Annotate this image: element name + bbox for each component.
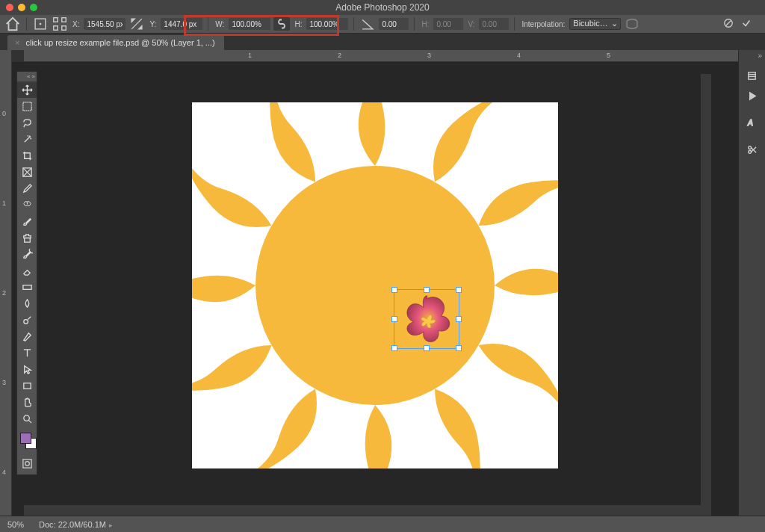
tool-gradient-icon[interactable] <box>17 279 37 295</box>
handle-w[interactable] <box>391 316 397 322</box>
svg-rect-12 <box>22 285 31 289</box>
artboard <box>192 102 558 468</box>
options-bar: X: Y: W: H: H: V: Interpolation: Bicubic… <box>0 15 765 34</box>
tool-history-brush-icon[interactable] <box>17 246 37 262</box>
tool-lasso-icon[interactable] <box>17 114 37 131</box>
tool-eyedropper-icon[interactable] <box>17 180 37 197</box>
svg-point-19 <box>25 461 29 466</box>
skewh-label: H: <box>420 20 430 28</box>
w-field[interactable] <box>229 18 270 30</box>
link-aspect-icon[interactable] <box>273 17 290 31</box>
transform-box[interactable] <box>394 289 459 349</box>
sun-ray <box>495 256 558 315</box>
foreground-swatch[interactable] <box>20 433 31 444</box>
tool-hand-icon[interactable] <box>17 394 37 410</box>
angle-field[interactable] <box>379 18 409 30</box>
interp-label: Interpolation: <box>520 20 566 28</box>
handle-e[interactable] <box>456 316 462 322</box>
svg-line-7 <box>726 21 731 26</box>
svg-rect-18 <box>22 459 31 467</box>
handle-s[interactable] <box>424 345 430 351</box>
home-icon[interactable] <box>4 17 21 31</box>
character-panel-icon[interactable]: A <box>740 114 765 132</box>
handle-se[interactable] <box>456 345 462 351</box>
tool-pen-icon[interactable] <box>17 328 37 344</box>
file-tab[interactable]: × click up resize example file.psd @ 50%… <box>7 35 224 50</box>
commit-transform-icon[interactable] <box>741 18 752 30</box>
x-field[interactable] <box>84 18 126 30</box>
y-field[interactable] <box>161 18 202 30</box>
canvas-area[interactable] <box>12 62 738 516</box>
svg-marker-23 <box>750 92 756 99</box>
svg-text:A: A <box>747 119 753 127</box>
w-label: W: <box>214 20 226 28</box>
file-tab-label: click up resize example file.psd @ 50% (… <box>25 38 214 47</box>
tool-healing-icon[interactable] <box>17 197 37 213</box>
interp-select[interactable]: Bicubic…⌄ <box>569 18 620 30</box>
tool-magic-wand-icon[interactable] <box>17 131 37 147</box>
ruler-left[interactable]: 0 1 2 3 4 <box>0 50 12 516</box>
quick-mask-icon[interactable] <box>17 455 37 471</box>
svg-point-25 <box>749 146 752 149</box>
svg-point-16 <box>23 415 29 421</box>
sun-ray <box>345 102 405 166</box>
scissors-panel-icon[interactable] <box>740 140 765 158</box>
tool-move-icon[interactable] <box>17 81 37 98</box>
horizontal-scrollbar[interactable] <box>24 505 711 516</box>
relative-position-icon[interactable] <box>128 17 145 31</box>
document-tabs: × click up resize example file.psd @ 50%… <box>0 34 765 50</box>
tool-zoom-icon[interactable] <box>17 410 37 427</box>
tool-path-select-icon[interactable] <box>17 361 37 377</box>
sun-ray <box>192 256 255 315</box>
tool-dodge-icon[interactable] <box>17 312 37 328</box>
reference-point-toggle-icon[interactable] <box>52 17 68 31</box>
handle-ne[interactable] <box>456 287 462 293</box>
transform-ref-icon[interactable] <box>32 17 49 31</box>
sun-ray <box>345 405 405 468</box>
sun-shape <box>255 166 495 405</box>
x-label: X: <box>71 20 81 28</box>
tool-frame-icon[interactable] <box>17 164 37 180</box>
cancel-transform-icon[interactable] <box>723 18 734 30</box>
h-field[interactable] <box>306 18 348 30</box>
zoom-window-icon[interactable] <box>30 4 37 11</box>
skewh-field[interactable] <box>433 18 463 30</box>
svg-rect-8 <box>22 102 31 110</box>
zoom-level[interactable]: 50% <box>7 520 24 529</box>
ruler-top[interactable]: 1 2 3 4 5 <box>24 50 738 62</box>
tool-eraser-icon[interactable] <box>17 262 37 279</box>
svg-rect-4 <box>54 26 58 31</box>
tool-rectangle-icon[interactable] <box>17 377 37 394</box>
warp-icon[interactable] <box>624 17 640 31</box>
handle-n[interactable] <box>424 287 430 293</box>
panel-flyout-icon[interactable]: » <box>738 50 765 61</box>
color-swatches[interactable] <box>17 431 37 455</box>
vertical-scrollbar[interactable] <box>701 74 711 505</box>
history-panel-icon[interactable] <box>740 66 765 84</box>
tool-blur-icon[interactable] <box>17 295 37 312</box>
svg-point-13 <box>23 319 28 324</box>
tool-brush-icon[interactable] <box>17 213 37 229</box>
mac-titlebar: Adobe Photoshop 2020 <box>0 0 765 15</box>
h-label: H: <box>293 20 303 28</box>
main-workspace: 0 1 2 3 4 1 2 3 4 5 <box>0 50 765 516</box>
actions-panel-icon[interactable] <box>740 87 765 105</box>
svg-point-1 <box>40 23 42 25</box>
skewv-field[interactable] <box>479 18 509 30</box>
handle-nw[interactable] <box>391 287 397 293</box>
tool-type-icon[interactable] <box>17 344 37 361</box>
doc-size[interactable]: Doc: 22.0M/60.1M▸ <box>39 520 113 529</box>
tool-clone-icon[interactable] <box>17 229 37 246</box>
svg-rect-5 <box>62 26 66 31</box>
svg-line-14 <box>28 316 31 319</box>
tool-crop-icon[interactable] <box>17 147 37 164</box>
flower-layer <box>394 290 459 348</box>
tool-marquee-icon[interactable] <box>17 98 37 114</box>
skewv-label: V: <box>466 20 476 28</box>
minimize-window-icon[interactable] <box>18 4 25 11</box>
right-panel-dock[interactable]: » A <box>738 50 765 516</box>
tools-panel[interactable]: «» <box>16 71 37 475</box>
close-window-icon[interactable] <box>6 4 13 11</box>
angle-icon <box>359 17 376 31</box>
handle-sw[interactable] <box>391 345 397 351</box>
